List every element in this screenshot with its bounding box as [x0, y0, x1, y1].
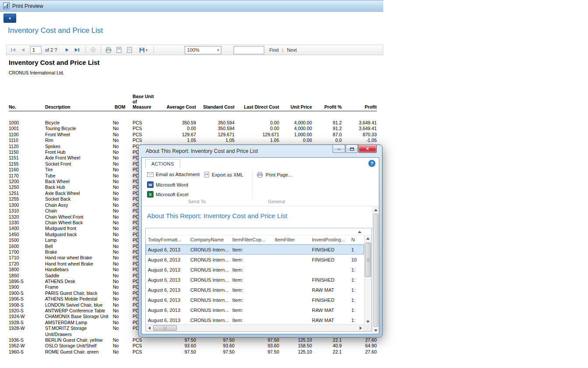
email-as-attachment-button[interactable]: Email as Attachment	[147, 172, 200, 177]
window-titlebar[interactable]: Print Preview	[0, 0, 383, 12]
cancel-rendering-button[interactable]	[89, 46, 97, 54]
print-layout-button[interactable]	[115, 46, 123, 54]
grid-column-header[interactable]: ItemFilterCop...	[230, 237, 273, 242]
report-cell: No	[113, 214, 133, 220]
close-button[interactable]: ✕	[358, 145, 377, 153]
report-cell: 0.00	[234, 126, 279, 131]
scroll-left-button[interactable]	[146, 325, 153, 331]
report-cell: Hand rear wheel Brake	[45, 255, 113, 261]
grid-cell: August 6, 2013	[146, 277, 188, 283]
column-header: No.	[9, 104, 45, 110]
scroll-right-button[interactable]	[357, 325, 364, 331]
grid-row[interactable]: August 6, 2013CRONUS Intern...Item:RAW M…	[146, 305, 364, 315]
vertical-scroll-thumb[interactable]	[365, 243, 371, 277]
grid-column-header[interactable]: TodayFormatt...	[146, 237, 188, 242]
next-page-button[interactable]	[63, 46, 71, 54]
report-cell: Lamp	[45, 237, 113, 243]
cancel-icon	[90, 47, 96, 53]
report-cell: Socket Back	[45, 196, 113, 202]
report-cell: 129.671	[196, 132, 234, 138]
grid-column-header[interactable]: InventPosting...	[310, 237, 349, 242]
report-cell: CHAMONIX Base Storage Unit	[45, 314, 113, 319]
column-header: Unit Price	[279, 104, 312, 110]
report-cell: Bicycle	[45, 120, 113, 126]
horizontal-scroll-thumb[interactable]	[153, 325, 177, 331]
grid-row[interactable]: August 6, 2013CRONUS Intern...Item:FINIS…	[146, 275, 364, 285]
grid-column-header[interactable]: CompanyName	[188, 237, 230, 242]
chevron-down-icon: ▾	[9, 16, 11, 21]
grid-column-header[interactable]: N	[349, 237, 364, 242]
minimize-button[interactable]: –	[332, 145, 345, 153]
report-cell: 1600	[9, 244, 45, 249]
report-column-headers: No. Description BOM Base Unit of Measure…	[9, 90, 377, 111]
maximize-button[interactable]	[346, 145, 358, 153]
dialog-title: About This Report: Inventory Cost and Pr…	[146, 148, 258, 154]
page-setup-button[interactable]	[126, 46, 133, 54]
grid-cell: 1:	[349, 308, 364, 313]
report-cell: 93.60	[234, 343, 279, 349]
grid-row[interactable]: August 6, 2013CRONUS Intern...Item:RAW M…	[146, 315, 364, 325]
chevron-down-icon	[374, 329, 378, 332]
report-cell: 1720	[9, 261, 45, 267]
application-menu-button[interactable]: ▾	[4, 14, 16, 23]
report-cell: 350.594	[196, 126, 234, 131]
grid-vertical-scrollbar[interactable]	[364, 235, 371, 325]
grid-horizontal-scrollbar[interactable]	[146, 324, 364, 331]
export-button[interactable]: ▾	[137, 46, 150, 54]
last-page-button[interactable]	[73, 46, 81, 54]
report-cell: Handlebars	[45, 267, 113, 272]
collapse-button[interactable]	[357, 230, 363, 234]
dialog-vertical-scrollbar[interactable]	[372, 207, 379, 334]
find-next-link[interactable]: Next	[287, 47, 297, 53]
scroll-up-button[interactable]	[364, 235, 371, 242]
report-cell: 64.90	[342, 343, 377, 349]
microsoft-word-button[interactable]: W Microsoft Word	[147, 181, 188, 188]
grid-row[interactable]: August 6, 2013CRONUS Intern...Item:RAW M…	[146, 285, 364, 295]
report-cell: 3,649.41	[342, 120, 377, 126]
find-link[interactable]: Find	[270, 47, 279, 53]
report-cell: Touring Bicycle	[45, 126, 113, 131]
grid-row[interactable]: August 6, 2013CRONUS Intern...Item:FINIS…	[146, 295, 364, 305]
vertical-scroll-thumb[interactable]	[373, 214, 378, 327]
report-cell: PCS	[133, 138, 166, 143]
zoom-select[interactable]: 100% ▾	[185, 46, 221, 54]
chevron-up-icon	[358, 231, 361, 233]
report-cell: No	[113, 196, 133, 202]
scroll-down-button[interactable]	[373, 327, 379, 334]
report-cell: No	[113, 314, 133, 319]
report-cell: PARIS Guest Chair, black	[45, 290, 113, 296]
grid-row[interactable]: August 6, 2013CRONUS Intern...Item:1:	[146, 265, 364, 275]
microsoft-excel-button[interactable]: X Microsoft Excel	[147, 191, 189, 198]
first-page-button[interactable]	[9, 46, 17, 54]
report-cell: 1928-S	[9, 320, 45, 326]
page-count-label: of 2 ?	[45, 47, 57, 53]
print-page-button[interactable]: Print Page...	[256, 172, 292, 178]
column-header: Profit	[342, 104, 377, 110]
find-text-input[interactable]	[234, 46, 264, 54]
grid-row[interactable]: August 6, 2013CRONUS Intern...Item:FINIS…	[146, 244, 364, 255]
scroll-up-button[interactable]	[373, 207, 379, 213]
report-cell: PCS	[133, 120, 166, 126]
report-cell: Front Wheel	[45, 132, 113, 138]
grid-column-header[interactable]: ItemFilter	[273, 237, 310, 242]
page-number-input[interactable]	[30, 46, 42, 54]
report-cell: Mudguard back	[45, 232, 113, 237]
report-cell: 1310	[9, 208, 45, 214]
report-cell: No	[113, 279, 133, 284]
grid-cell: Item:	[230, 247, 273, 252]
column-header: Description	[45, 104, 113, 110]
grid-row[interactable]: August 6, 2013CRONUS Intern...Item:FINIS…	[146, 255, 364, 265]
help-button[interactable]: ?	[368, 160, 375, 167]
report-viewer-toolbar: of 2 ? ▾ 100% ▾	[6, 45, 383, 55]
print-button[interactable]	[105, 46, 112, 54]
report-cell: PCS	[133, 126, 166, 131]
report-cell: 870.33	[342, 132, 377, 138]
grid-cell: August 6, 2013	[146, 267, 188, 272]
report-cell: Chain	[45, 208, 113, 214]
previous-page-button[interactable]	[19, 46, 27, 54]
tab-actions[interactable]: ACTIONS	[145, 159, 180, 168]
grid-cell: Item:	[230, 257, 273, 262]
grid-cell: CRONUS Intern...	[188, 267, 230, 272]
export-as-xml-button[interactable]: Export as XML	[204, 172, 243, 177]
column-header: Average Cost	[166, 104, 196, 110]
